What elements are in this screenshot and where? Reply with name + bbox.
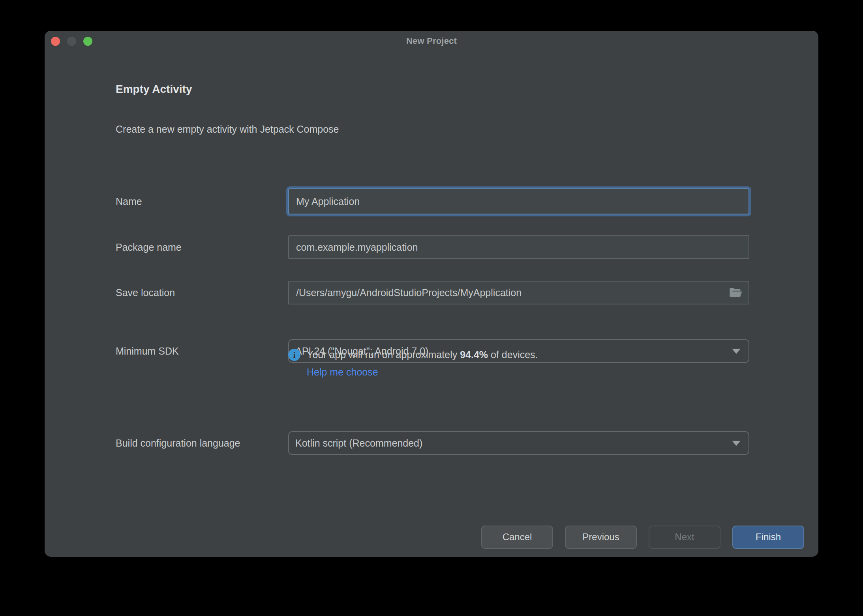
previous-button[interactable]: Previous [565, 526, 637, 549]
package-name-row: Package name [116, 235, 749, 259]
cancel-button[interactable]: Cancel [481, 526, 553, 549]
sdk-info-block: i Your app will run on approximately 94.… [288, 349, 538, 378]
open-folder-icon[interactable] [729, 286, 743, 299]
build-config-row: Build configuration language Kotlin scri… [116, 431, 749, 455]
save-location-row: Save location [116, 281, 749, 304]
name-label: Name [116, 196, 288, 207]
name-row: Name [116, 188, 749, 214]
build-config-select[interactable]: Kotlin script (Recommended) [288, 431, 749, 455]
build-config-label: Build configuration language [116, 438, 288, 449]
sdk-info-text: Your app will run on approximately 94.4%… [307, 349, 538, 361]
new-project-dialog: New Project Empty Activity Create a new … [45, 31, 818, 557]
package-name-input[interactable] [288, 235, 749, 259]
next-button: Next [649, 526, 720, 549]
build-config-value: Kotlin script (Recommended) [295, 438, 422, 449]
finish-button[interactable]: Finish [732, 526, 804, 549]
page-title: Empty Activity [116, 83, 192, 96]
name-input[interactable] [288, 188, 749, 214]
chevron-down-icon [732, 441, 741, 446]
chevron-down-icon [732, 349, 741, 354]
save-location-input[interactable] [288, 281, 749, 304]
save-location-label: Save location [116, 287, 288, 299]
help-me-choose-link[interactable]: Help me choose [307, 366, 378, 377]
window-title: New Project [45, 31, 818, 51]
package-name-label: Package name [116, 242, 288, 253]
device-coverage-percent: 94.4% [460, 349, 488, 360]
titlebar[interactable]: New Project [45, 31, 818, 51]
minimum-sdk-label: Minimum SDK [116, 346, 288, 357]
info-icon: i [288, 349, 300, 361]
dialog-footer: Cancel Previous Next Finish [45, 517, 818, 557]
page-subtitle: Create a new empty activity with Jetpack… [116, 124, 339, 135]
